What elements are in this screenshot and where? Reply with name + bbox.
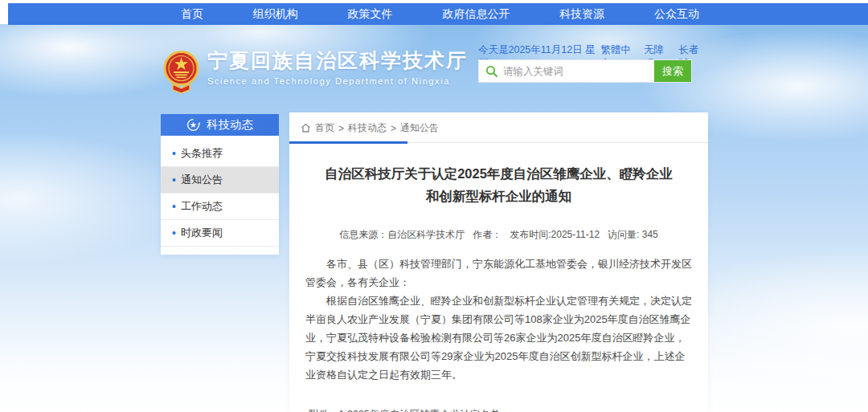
main-content-panel: 首页 > 科技动态 > 通知公告 自治区科技厅关于认定2025年度自治区雏鹰企业… xyxy=(289,112,708,412)
nav-item-organization[interactable]: 组织机构 xyxy=(253,7,298,22)
sidebar-item-notices[interactable]: • 通知公告 xyxy=(161,167,279,194)
search-button[interactable]: 搜索 xyxy=(654,60,691,82)
meta-visit-count: 访问量: 345 xyxy=(608,228,658,242)
article-meta: 信息来源：自治区科学技术厅 作者： 发布时间:2025-11-12 访问量: 3… xyxy=(289,228,708,242)
search-bar: 搜索 xyxy=(478,59,692,83)
sidebar-item-headlines[interactable]: • 头条推荐 xyxy=(161,141,279,167)
attachments-block: 附件： 1.2025年度自治区雏鹰企业认定名单 2.2025年度自治区瞪羚企业认… xyxy=(309,408,708,412)
sidebar-item-politics-news[interactable]: • 时政要闻 xyxy=(161,220,279,247)
nav-item-policy[interactable]: 政策文件 xyxy=(348,7,393,22)
search-icon xyxy=(485,65,498,78)
sidebar-item-work-news[interactable]: • 工作动态 xyxy=(161,194,279,220)
search-input[interactable] xyxy=(503,66,654,77)
sidebar-title: 科技动态 xyxy=(207,117,253,133)
bullet-icon: • xyxy=(172,147,176,160)
meta-source: 信息来源：自治区科学技术厅 xyxy=(339,228,465,242)
nav-item-home[interactable]: 首页 xyxy=(181,7,203,22)
site-subtitle: Science and Technology Department of Nin… xyxy=(207,76,468,86)
home-icon xyxy=(301,123,311,133)
national-emblem-icon xyxy=(163,47,199,96)
star-circle-icon xyxy=(186,118,200,132)
attachment-link-1[interactable]: 1.2025年度自治区雏鹰企业认定名单 xyxy=(339,408,530,412)
article-title: 自治区科技厅关于认定2025年度自治区雏鹰企业、瞪羚企业 和创新型标杆企业的通知 xyxy=(289,162,708,207)
meta-author: 作者： xyxy=(473,228,502,242)
breadcrumb-home[interactable]: 首页 xyxy=(315,121,334,135)
bullet-icon: • xyxy=(172,226,176,239)
paragraph: 各市、县（区）科技管理部门，宁东能源化工基地管委会，银川经济技术开发区管委会，各… xyxy=(305,255,692,292)
meta-publish-date: 发布时间:2025-11-12 xyxy=(510,228,600,242)
article-body: 各市、县（区）科技管理部门，宁东能源化工基地管委会，银川经济技术开发区管委会，各… xyxy=(289,242,708,384)
breadcrumb: 首页 > 科技动态 > 通知公告 xyxy=(289,112,708,143)
bullet-icon: • xyxy=(172,173,176,186)
site-title: 宁夏回族自治区科学技术厅 xyxy=(207,47,468,74)
page: 首页 组织机构 政策文件 政府信息公开 科技资源 公众互动 宁夏回族自治区科学技… xyxy=(0,0,868,412)
nav-item-interaction[interactable]: 公众互动 xyxy=(654,7,699,22)
nav-item-gov-info[interactable]: 政府信息公开 xyxy=(442,7,510,22)
breadcrumb-section[interactable]: 科技动态 xyxy=(348,121,387,135)
top-navigation: 首页 组织机构 政策文件 政府信息公开 科技资源 公众互动 xyxy=(8,3,868,25)
nav-item-resources[interactable]: 科技资源 xyxy=(559,7,604,22)
attachments-label: 附件： xyxy=(309,408,339,412)
site-logo-link[interactable]: 宁夏回族自治区科学技术厅 Science and Technology Depa… xyxy=(163,47,468,96)
paragraph: 根据自治区雏鹰企业、瞪羚企业和创新型标杆企业认定管理有关规定，决定认定半亩良人农… xyxy=(305,292,692,384)
breadcrumb-underline xyxy=(289,141,407,144)
bullet-icon: • xyxy=(172,200,176,213)
breadcrumb-current: 通知公告 xyxy=(400,121,439,135)
sidebar: 科技动态 • 头条推荐 • 通知公告 • 工作动态 • 时政要闻 xyxy=(161,114,279,255)
sidebar-header: 科技动态 xyxy=(161,114,279,136)
